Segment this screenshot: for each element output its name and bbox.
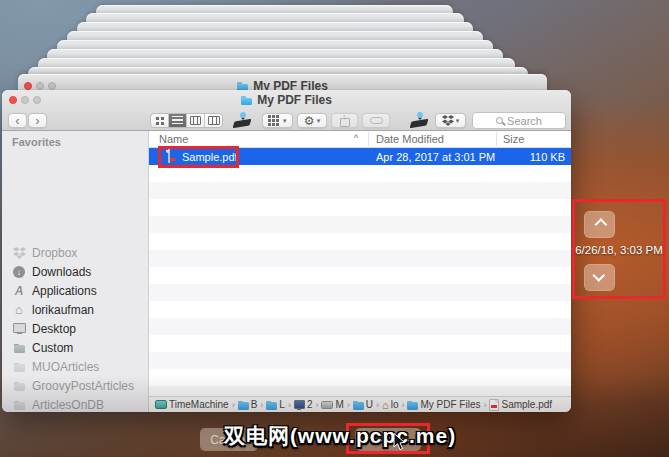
annotation-box-filename bbox=[158, 146, 239, 168]
column-view-icon bbox=[190, 116, 201, 125]
path-item[interactable]: U bbox=[353, 399, 373, 410]
path-item-sample-pdf[interactable]: Sample.pdf bbox=[489, 399, 552, 411]
sidebar-item-articlesondb[interactable]: ArticlesOnDB bbox=[2, 395, 148, 412]
drive-icon bbox=[321, 401, 333, 409]
computer-icon bbox=[294, 400, 305, 410]
chevron-right-icon: › bbox=[315, 400, 318, 410]
chevron-up-icon bbox=[595, 218, 608, 231]
chevron-right-icon: › bbox=[260, 400, 263, 410]
file-size: 110 KB bbox=[530, 151, 565, 163]
dropbox-button[interactable]: ▾ bbox=[435, 113, 466, 128]
folder-icon bbox=[14, 343, 25, 353]
path-item[interactable]: L bbox=[266, 399, 285, 410]
sidebar-item-home[interactable]: ⌂ lorikaufman bbox=[2, 300, 148, 319]
finder-window: My PDF Files ‹ › ▾ ⚙▾ bbox=[2, 90, 571, 412]
date-stepper-value: 6/26/18, 3:03 PM bbox=[571, 244, 667, 256]
grid-view-icon bbox=[156, 117, 159, 120]
view-switcher bbox=[150, 113, 223, 128]
chevron-down-icon bbox=[592, 269, 605, 282]
chevron-right-icon: › bbox=[401, 400, 404, 410]
stamp-tool-icon[interactable] bbox=[233, 112, 252, 129]
column-header-size[interactable]: Size bbox=[503, 133, 524, 145]
folder-icon bbox=[266, 400, 277, 410]
forward-button[interactable]: › bbox=[28, 113, 47, 128]
titlebar[interactable]: My PDF Files bbox=[2, 90, 571, 110]
gear-icon: ⚙ bbox=[304, 115, 315, 127]
desktop: My PDF Files My PDF Files ‹ › bbox=[0, 0, 669, 457]
arrange-button[interactable]: ▾ bbox=[262, 113, 293, 128]
tags-button[interactable] bbox=[362, 113, 390, 128]
sidebar-item-groovypostarticles[interactable]: GroovyPostArticles bbox=[2, 376, 148, 395]
toolbar: ‹ › ▾ ⚙▾ bbox=[2, 110, 571, 131]
arrange-grid-icon bbox=[268, 115, 271, 118]
tag-icon bbox=[370, 117, 383, 124]
path-item[interactable]: 2 bbox=[294, 399, 313, 410]
desktop-icon bbox=[13, 323, 26, 334]
folder-icon bbox=[14, 400, 25, 410]
pdf-file-icon bbox=[489, 399, 499, 411]
list-view-button[interactable] bbox=[169, 114, 187, 127]
path-bar: TimeMachine › B › L › 2 › M › bbox=[148, 396, 571, 412]
coverflow-view-button[interactable] bbox=[205, 114, 222, 127]
folder-icon bbox=[353, 400, 364, 410]
dropbox-icon bbox=[12, 247, 26, 259]
path-item-timemachine[interactable]: TimeMachine bbox=[155, 399, 229, 410]
home-icon: ⌂ bbox=[15, 304, 23, 316]
watermark: 双电网(www.pcpc.me) bbox=[140, 422, 540, 450]
chevron-right-icon: › bbox=[347, 400, 350, 410]
sidebar-section-favorites: Favorites bbox=[12, 136, 61, 148]
folder-icon bbox=[14, 362, 25, 372]
sort-indicator-icon: ^ bbox=[354, 133, 358, 143]
mouse-cursor bbox=[393, 433, 407, 455]
date-step-up-button[interactable] bbox=[584, 211, 615, 238]
home-icon: ⌂ bbox=[382, 400, 389, 410]
stamp-tool-icon[interactable] bbox=[410, 112, 429, 129]
folder-icon bbox=[407, 400, 418, 410]
sidebar: Favorites Dropbox ↓ Downloads A Applicat… bbox=[2, 131, 148, 412]
downloads-icon: ↓ bbox=[13, 266, 25, 278]
sidebar-item-desktop[interactable]: Desktop bbox=[2, 319, 148, 338]
column-view-button[interactable] bbox=[187, 114, 205, 127]
path-item-home[interactable]: ⌂ lo bbox=[382, 399, 398, 410]
folder-icon bbox=[238, 400, 249, 410]
folder-icon bbox=[14, 381, 25, 391]
sidebar-item-dropbox[interactable]: Dropbox bbox=[2, 243, 148, 262]
path-item[interactable]: B bbox=[238, 399, 258, 410]
sidebar-item-applications[interactable]: A Applications bbox=[2, 281, 148, 300]
window-title: My PDF Files bbox=[2, 90, 571, 110]
column-header-name[interactable]: Name bbox=[159, 133, 188, 145]
list-rows-area[interactable] bbox=[149, 165, 571, 396]
sidebar-item-muoarticles[interactable]: MUOArticles bbox=[2, 357, 148, 376]
path-item[interactable]: M bbox=[321, 399, 343, 410]
dropbox-icon bbox=[442, 115, 454, 126]
chevron-right-icon: › bbox=[288, 400, 291, 410]
timemachine-drive-icon bbox=[155, 400, 167, 409]
chevron-right-icon: › bbox=[376, 400, 379, 410]
file-list: Name ^ Date Modified Size Sample.pdf Apr… bbox=[149, 131, 571, 396]
coverflow-view-icon bbox=[208, 116, 220, 125]
window-chrome: My PDF Files ‹ › ▾ ⚙▾ bbox=[2, 90, 571, 131]
back-button[interactable]: ‹ bbox=[8, 113, 27, 128]
applications-icon: A bbox=[15, 284, 24, 298]
chevron-right-icon: › bbox=[483, 400, 486, 410]
action-gear-button[interactable]: ⚙▾ bbox=[297, 113, 327, 128]
search-placeholder: Search bbox=[507, 115, 542, 127]
chevron-right-icon: › bbox=[232, 400, 235, 410]
list-view-icon bbox=[172, 116, 183, 125]
annotation-box-date-stepper: 6/26/18, 3:03 PM bbox=[572, 199, 666, 299]
folder-icon bbox=[241, 95, 252, 105]
sidebar-item-custom[interactable]: Custom bbox=[2, 338, 148, 357]
sidebar-item-downloads[interactable]: ↓ Downloads bbox=[2, 262, 148, 281]
path-item-my-pdf-files[interactable]: My PDF Files bbox=[407, 399, 480, 410]
file-date-modified: Apr 28, 2017 at 3:01 PM bbox=[376, 151, 495, 163]
search-input[interactable]: Search bbox=[472, 112, 566, 129]
icon-view-button[interactable] bbox=[151, 114, 169, 127]
share-button[interactable] bbox=[331, 113, 358, 128]
date-step-down-button[interactable] bbox=[584, 264, 615, 291]
search-icon bbox=[496, 117, 503, 124]
share-icon bbox=[340, 115, 350, 127]
column-header-date-modified[interactable]: Date Modified bbox=[376, 133, 444, 145]
